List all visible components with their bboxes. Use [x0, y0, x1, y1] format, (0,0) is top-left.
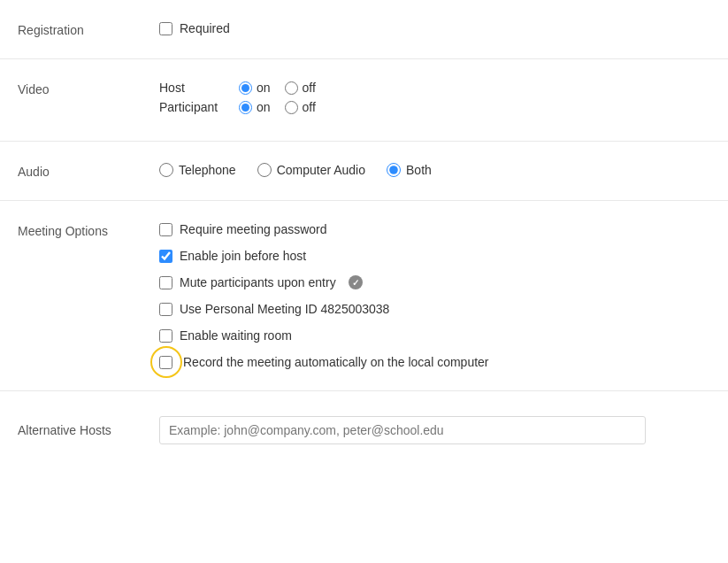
video-participant-off-radio[interactable]	[285, 101, 298, 114]
mute-participants-info-icon: ✓	[349, 275, 363, 289]
alternative-hosts-label: Alternative Hosts	[18, 416, 159, 437]
personal-meeting-id-checkbox[interactable]	[159, 303, 172, 316]
audio-computer-option[interactable]: Computer Audio	[257, 163, 365, 177]
alternative-hosts-input[interactable]	[159, 416, 646, 444]
audio-section: Audio Telephone Computer Audio Both	[0, 142, 728, 201]
audio-telephone-option[interactable]: Telephone	[159, 163, 236, 177]
registration-required-checkbox[interactable]	[159, 22, 172, 35]
record-auto-label: Record the meeting automatically on the …	[183, 355, 489, 369]
mute-participants-option[interactable]: Mute participants upon entry ✓	[159, 275, 710, 289]
personal-meeting-id-label: Use Personal Meeting ID 4825003038	[180, 302, 389, 316]
alternative-hosts-content	[159, 416, 710, 444]
audio-telephone-radio[interactable]	[159, 163, 173, 177]
video-host-row: Host on off	[159, 81, 710, 95]
mute-participants-label: Mute participants upon entry	[180, 275, 336, 289]
require-password-label: Require meeting password	[180, 222, 327, 236]
alternative-hosts-section: Alternative Hosts	[0, 391, 728, 466]
join-before-host-option[interactable]: Enable join before host	[159, 249, 710, 263]
meeting-options-label: Meeting Options	[18, 222, 159, 369]
audio-both-label: Both	[406, 163, 432, 177]
video-host-on-label: on	[257, 81, 271, 95]
waiting-room-option[interactable]: Enable waiting room	[159, 328, 710, 343]
record-auto-highlight	[159, 356, 172, 369]
video-participant-options: on off	[239, 100, 316, 114]
video-label: Video	[18, 81, 159, 120]
mute-participants-checkbox[interactable]	[159, 276, 172, 289]
waiting-room-label: Enable waiting room	[180, 328, 292, 343]
video-section: Video Host on off Participant on	[0, 59, 728, 142]
registration-required-option[interactable]: Required	[159, 21, 710, 35]
video-host-on-option[interactable]: on	[239, 81, 271, 95]
video-participant-off-option[interactable]: off	[285, 100, 316, 114]
video-participant-off-label: off	[303, 100, 316, 114]
record-auto-option[interactable]: Record the meeting automatically on the …	[159, 355, 710, 369]
video-participant-on-label: on	[257, 100, 271, 114]
waiting-room-checkbox[interactable]	[159, 329, 172, 343]
join-before-host-label: Enable join before host	[180, 249, 306, 263]
audio-telephone-label: Telephone	[179, 163, 236, 177]
meeting-options-section: Meeting Options Require meeting password…	[0, 201, 728, 391]
video-host-off-radio[interactable]	[285, 81, 298, 95]
video-host-label: Host	[159, 81, 239, 95]
audio-both-option[interactable]: Both	[387, 163, 432, 177]
audio-computer-label: Computer Audio	[277, 163, 365, 177]
join-before-host-checkbox[interactable]	[159, 250, 172, 263]
require-password-checkbox[interactable]	[159, 223, 172, 236]
registration-content: Required	[159, 21, 710, 37]
video-content: Host on off Participant on	[159, 81, 710, 120]
audio-both-radio[interactable]	[387, 163, 401, 177]
registration-section: Registration Required	[0, 0, 728, 59]
video-participant-on-option[interactable]: on	[239, 100, 271, 114]
require-password-option[interactable]: Require meeting password	[159, 222, 710, 236]
video-host-options: on off	[239, 81, 316, 95]
audio-content: Telephone Computer Audio Both	[159, 163, 710, 179]
record-auto-checkbox[interactable]	[159, 356, 172, 369]
audio-options-group: Telephone Computer Audio Both	[159, 163, 710, 177]
video-host-off-label: off	[303, 81, 316, 95]
meeting-options-content: Require meeting password Enable join bef…	[159, 222, 710, 369]
registration-label: Registration	[18, 21, 159, 37]
registration-required-label: Required	[180, 21, 230, 35]
video-participant-on-radio[interactable]	[239, 101, 252, 114]
video-participant-row: Participant on off	[159, 100, 710, 114]
video-participant-label: Participant	[159, 100, 239, 114]
audio-computer-radio[interactable]	[257, 163, 272, 177]
video-host-off-option[interactable]: off	[285, 81, 316, 95]
audio-label: Audio	[18, 163, 159, 179]
personal-meeting-id-option[interactable]: Use Personal Meeting ID 4825003038	[159, 302, 710, 316]
video-host-on-radio[interactable]	[239, 81, 252, 95]
